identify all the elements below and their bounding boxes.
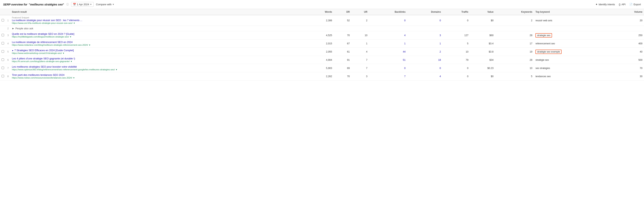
- top-keyword-highlighted: stratégie seo exemple: [536, 50, 561, 54]
- row-checkbox[interactable]: [2, 34, 4, 36]
- result-title-link[interactable]: La meilleure stratégie de référencement …: [12, 41, 72, 44]
- row-checkbox-cell[interactable]: [0, 72, 6, 80]
- top-keyword-plain: tendances seo: [536, 75, 551, 78]
- dr-cell: 69: [334, 64, 352, 72]
- traffic-cell: 10: [442, 48, 470, 56]
- api-button[interactable]: {} API: [619, 3, 626, 6]
- identify-intents-button[interactable]: ✦ Identify intents: [596, 3, 615, 6]
- top-keyword-cell: reussir web avis: [534, 15, 613, 26]
- table-row: 5 ► 7 Stratégies SEO Efficaces en 2024 […: [0, 48, 644, 56]
- row-checkbox[interactable]: [2, 42, 4, 45]
- result-url: https://www.optimize360.fr/blog/referenc…: [12, 68, 115, 71]
- backlinks-cell: 51: [369, 56, 407, 64]
- result-title-link[interactable]: Les 4 piliers d'une stratégie SEO gagnan…: [12, 57, 75, 60]
- row-number: 3: [6, 31, 10, 39]
- result-title-link[interactable]: Les meilleures stratégies SEO pour boost…: [12, 65, 77, 68]
- table-row: 6 Les 4 piliers d'une stratégie SEO gagn…: [0, 56, 644, 64]
- row-number: 8: [6, 72, 10, 80]
- result-url: https://www.webmarketing-conseil.fr/stra…: [12, 52, 62, 54]
- keywords-cell: 10: [495, 64, 534, 72]
- traffic-cell: 127: [442, 31, 470, 39]
- ur-cell: 4: [351, 48, 369, 56]
- traffic-cell: 0: [442, 64, 470, 72]
- row-number: 5: [6, 48, 10, 56]
- col-keywords: Keywords: [495, 9, 534, 15]
- top-keyword-cell: stratégie seo: [534, 56, 613, 64]
- identify-intents-icon: ✦: [596, 3, 598, 6]
- url-dropdown-arrow[interactable]: ▼: [70, 60, 72, 62]
- words-cell: 5,903: [306, 64, 334, 72]
- col-search-result: Search result: [10, 9, 306, 15]
- compare-dropdown-arrow: ▼: [112, 3, 114, 6]
- row-checkbox[interactable]: [2, 58, 4, 61]
- keywords-cell: 19: [495, 48, 534, 56]
- col-ur: UR: [351, 9, 369, 15]
- row-checkbox-cell[interactable]: [0, 48, 6, 56]
- url-dropdown-arrow[interactable]: ▼: [73, 77, 75, 79]
- col-checkbox: [0, 9, 6, 15]
- result-title-link[interactable]: ► 7 Stratégies SEO Efficaces en 2024 [Gu…: [12, 49, 74, 52]
- domains-cell: 1: [407, 39, 442, 48]
- row-checkbox-cell[interactable]: [0, 64, 6, 72]
- words-cell: 4,904: [306, 56, 334, 64]
- row-checkbox-cell[interactable]: [0, 39, 6, 48]
- row-checkbox[interactable]: [2, 19, 4, 22]
- people-also-ask-cell: ► People also ask: [10, 26, 644, 31]
- row-checkbox-cell[interactable]: [0, 15, 6, 26]
- row-checkbox-cell: [0, 26, 6, 31]
- url-dropdown-arrow[interactable]: ▼: [116, 69, 117, 71]
- url-dropdown-arrow[interactable]: ▼: [62, 52, 64, 54]
- compare-with-button[interactable]: Compare with ▼: [96, 3, 114, 6]
- col-backlinks: Backlinks: [369, 9, 407, 15]
- value-cell: $34: [470, 56, 495, 64]
- result-url: https://mylittlebigweb.com/blogue/meille…: [12, 36, 69, 38]
- url-dropdown-arrow[interactable]: ▼: [70, 36, 72, 38]
- row-checkbox-cell[interactable]: [0, 31, 6, 39]
- backlinks-cell: 0: [369, 15, 407, 26]
- backlinks-cell: 4: [369, 31, 407, 39]
- words-cell: 2,015: [306, 39, 334, 48]
- date-picker[interactable]: 📅 1 Apr 2024 ▼: [71, 2, 94, 7]
- result-url: https://fr.semrush.com/blog/piliers-stra…: [12, 60, 70, 62]
- table-row: 1 Featured Snippet La meilleure stratégi…: [0, 15, 644, 26]
- value-cell: $0: [470, 15, 495, 26]
- keywords-cell: 5: [495, 72, 534, 80]
- featured-snippet-label: Featured Snippet: [12, 16, 304, 19]
- volume-cell: 30: [613, 72, 644, 80]
- dr-cell: 91: [334, 56, 352, 64]
- ur-cell: 1: [351, 39, 369, 48]
- dr-cell: 67: [334, 39, 352, 48]
- words-cell: 2,306: [306, 15, 334, 26]
- value-cell: $0.23: [470, 64, 495, 72]
- col-words: Words: [306, 9, 334, 15]
- chevron-right-icon: ►: [12, 27, 14, 30]
- row-checkbox[interactable]: [2, 75, 4, 77]
- keywords-cell: 17: [495, 39, 534, 48]
- page-title: SERP overview for "meilleures stratégies…: [3, 3, 64, 6]
- volume-cell: 40: [613, 48, 644, 56]
- result-title-link[interactable]: La meilleure stratégie pour réussir son …: [12, 19, 82, 22]
- row-checkbox[interactable]: [2, 50, 4, 53]
- result-title-link[interactable]: Quelle est la meilleure stratégie SEO en…: [12, 32, 74, 35]
- col-top-keyword: Top keyword: [534, 9, 613, 15]
- result-cell: Les meilleures stratégies SEO pour boost…: [10, 64, 306, 72]
- url-dropdown-arrow[interactable]: ▼: [89, 44, 91, 46]
- table-row: 2 ► People also ask: [0, 26, 644, 31]
- domains-cell: 0: [407, 64, 442, 72]
- traffic-cell: 79: [442, 56, 470, 64]
- export-button[interactable]: 📄 Export: [630, 3, 641, 6]
- row-checkbox[interactable]: [2, 67, 4, 69]
- result-title-link[interactable]: Tirer parti des meilleures tendances SEO…: [12, 73, 64, 76]
- info-icon[interactable]: ⓘ: [66, 3, 69, 6]
- domains-cell: 3: [407, 31, 442, 39]
- value-cell: $3.4: [470, 39, 495, 48]
- top-keyword-cell: tendances seo: [534, 72, 613, 80]
- volume-cell: 70: [613, 64, 644, 72]
- result-cell: ► 7 Stratégies SEO Efficaces en 2024 [Gu…: [10, 48, 306, 56]
- url-dropdown-arrow[interactable]: ▼: [73, 22, 75, 24]
- row-number: 2: [6, 26, 10, 31]
- api-icon: {}: [619, 3, 620, 6]
- page-header: SERP overview for "meilleures stratégies…: [0, 0, 644, 9]
- row-checkbox-cell[interactable]: [0, 56, 6, 64]
- words-cell: 2,055: [306, 48, 334, 56]
